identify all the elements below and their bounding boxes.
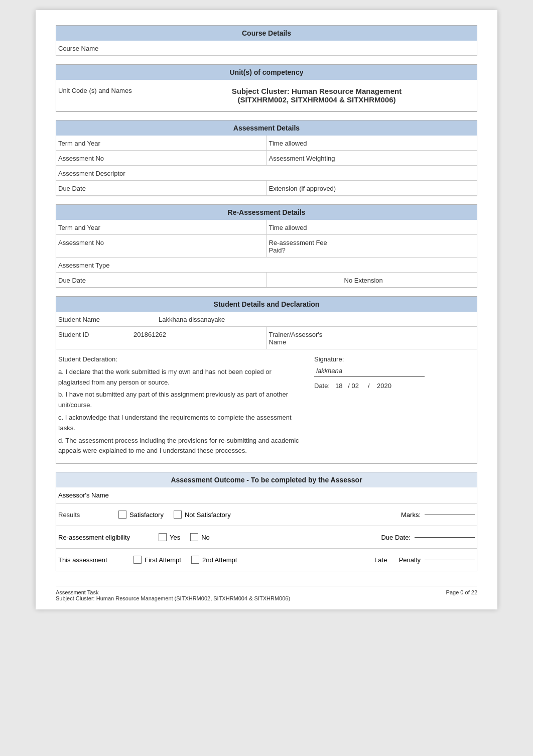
- ra-no-extension-label: [269, 276, 344, 277]
- declaration-heading: Student Declaration:: [58, 354, 304, 365]
- first-attempt-checkbox[interactable]: [134, 556, 142, 564]
- marks-line: [425, 515, 475, 515]
- second-attempt-option: 2nd Attempt: [191, 556, 237, 564]
- marks-area: Marks:: [401, 511, 475, 519]
- satisfactory-checkbox[interactable]: [118, 511, 126, 519]
- assessment-descriptor-value: [159, 169, 475, 170]
- outcome-header: Assessment Outcome - To be completed by …: [56, 472, 477, 487]
- not-satisfactory-label: Not Satisfactory: [185, 511, 231, 519]
- reassessment-header: Re-Assessment Details: [56, 205, 477, 220]
- trainer-name-value: [344, 330, 475, 331]
- ra-fee-paid-label: Re-assessment Fee Paid?: [269, 238, 344, 254]
- student-id-label: Student ID: [58, 330, 134, 338]
- marks-label: Marks:: [401, 511, 421, 519]
- reassess-eligibility-label: Re-assessment eligibility: [58, 534, 159, 541]
- ra-time-allowed-label: Time allowed: [269, 223, 344, 231]
- penalty-label: Penalty: [399, 556, 421, 564]
- ra-due-date-value: [134, 276, 264, 277]
- satisfactory-label: Satisfactory: [129, 511, 164, 519]
- ra-assessment-no-label: Assessment No: [58, 238, 134, 246]
- assessors-name-label: Assessor's Name: [58, 491, 139, 499]
- ra-assessment-type-value: [159, 261, 475, 262]
- attempt-row: This assessment First Attempt 2nd Attemp…: [56, 549, 477, 571]
- attempt-options: First Attempt 2nd Attempt: [134, 556, 364, 564]
- not-satisfactory-option: Not Satisfactory: [174, 511, 231, 519]
- course-details-header: Course Details: [56, 26, 477, 41]
- ra-term-year-col: Term and Year: [56, 220, 267, 235]
- late-area: Late Penalty: [374, 556, 475, 564]
- not-satisfactory-checkbox[interactable]: [174, 511, 182, 519]
- extension-label: Extension (if approved): [269, 184, 344, 192]
- no-checkbox[interactable]: [190, 533, 198, 541]
- declaration-a: a. I declare that the work submitted is …: [58, 367, 304, 388]
- due-date-extension-row: Due Date Extension (if approved): [56, 181, 477, 196]
- footer-line2: Subject Cluster: Human Resource Manageme…: [56, 595, 290, 601]
- assessment-no-col: Assessment No: [56, 151, 267, 166]
- units-section: Unit(s) of competency Unit Code (s) and …: [56, 64, 477, 112]
- page: Course Details Course Name Unit(s) of co…: [36, 10, 497, 609]
- due-date2-label: Due Date:: [381, 534, 411, 541]
- course-name-label: Course Name: [58, 44, 159, 52]
- time-allowed-value: [344, 139, 475, 140]
- assessment-weighting-col: Assessment Weighting: [267, 151, 477, 166]
- results-row: Results Satisfactory Not Satisfactory Ma…: [56, 503, 477, 526]
- time-allowed-col: Time allowed: [267, 136, 477, 151]
- assessment-no-weighting-row: Assessment No Assessment Weighting: [56, 151, 477, 166]
- footer: Assessment Task Subject Cluster: Human R…: [56, 586, 477, 601]
- declaration-b: b. I have not submitted any part of this…: [58, 390, 304, 411]
- course-name-row: Course Name: [56, 41, 477, 56]
- ra-no-extension-value: No Extension: [344, 276, 475, 284]
- declaration-c: c. I acknowledge that I understand the r…: [58, 413, 304, 434]
- ra-term-year-value: [134, 223, 264, 224]
- yes-label: Yes: [170, 534, 180, 541]
- time-allowed-label: Time allowed: [269, 139, 344, 147]
- due-date-col: Due Date: [56, 181, 267, 196]
- unit-code-label: Unit Code (s) and Names: [58, 87, 159, 94]
- ra-type-row: Assessment Type: [56, 258, 477, 273]
- declaration-d: d. The assessment process including the …: [58, 436, 304, 457]
- this-assessment-label: This assessment: [58, 556, 134, 564]
- assessment-descriptor-row: Assessment Descriptor: [56, 166, 477, 181]
- ra-due-no-ext-row: Due Date No Extension: [56, 273, 477, 288]
- student-id-col: Student ID 201861262: [56, 327, 267, 349]
- ra-no-extension-col: No Extension: [267, 273, 477, 288]
- penalty-line: [425, 560, 475, 560]
- reassess-eligibility-row: Re-assessment eligibility Yes No Due Dat…: [56, 526, 477, 549]
- yes-checkbox[interactable]: [159, 533, 167, 541]
- unit-row: Unit Code (s) and Names Subject Cluster:…: [56, 80, 477, 111]
- ra-assessment-type-label: Assessment Type: [58, 261, 159, 269]
- declaration-content: Student Declaration: a. I declare that t…: [58, 354, 475, 458]
- student-details-header: Student Details and Declaration: [56, 297, 477, 312]
- course-details-section: Course Details Course Name: [56, 25, 477, 56]
- signature-label: Signature:: [314, 354, 475, 365]
- assessment-no-value: [134, 154, 264, 155]
- term-year-label: Term and Year: [58, 139, 134, 147]
- outcome-section: Assessment Outcome - To be completed by …: [56, 472, 477, 571]
- ra-due-date-col: Due Date: [56, 273, 267, 288]
- assessment-weighting-value: [344, 154, 475, 155]
- first-attempt-label: First Attempt: [145, 556, 181, 564]
- no-label: No: [201, 534, 210, 541]
- late-label: Late: [374, 556, 387, 564]
- ra-time-allowed-col: Time allowed: [267, 220, 477, 235]
- assessors-name-row: Assessor's Name: [56, 487, 477, 503]
- student-name-value: Lakkhana dissanayake: [159, 315, 475, 323]
- second-attempt-checkbox[interactable]: [191, 556, 199, 564]
- student-id-trainer-row: Student ID 201861262 Trainer/Assessor's …: [56, 327, 477, 349]
- due-date-value: [134, 184, 264, 185]
- ra-no-fee-row: Assessment No Re-assessment Fee Paid?: [56, 235, 477, 258]
- ra-fee-paid-col: Re-assessment Fee Paid?: [267, 235, 477, 258]
- results-label: Results: [58, 511, 118, 519]
- student-name-label: Student Name: [58, 315, 159, 323]
- second-attempt-label: 2nd Attempt: [202, 556, 237, 564]
- signature-area: Signature: lakkhana Date: 18 / 02 / 2020: [304, 354, 475, 458]
- extension-col: Extension (if approved): [267, 181, 477, 196]
- ra-assessment-no-col: Assessment No: [56, 235, 267, 258]
- trainer-name-label: Trainer/Assessor's Name: [269, 330, 344, 346]
- ra-assessment-no-value: [134, 238, 264, 239]
- extension-value: [344, 184, 475, 185]
- footer-page: Page 0 of 22: [446, 589, 477, 601]
- units-header: Unit(s) of competency: [56, 65, 477, 80]
- due-date2-area: Due Date:: [381, 534, 475, 541]
- assessment-details-section: Assessment Details Term and Year Time al…: [56, 120, 477, 196]
